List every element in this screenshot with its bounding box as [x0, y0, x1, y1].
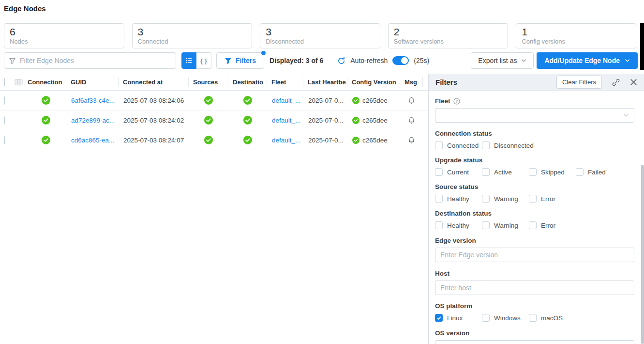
column-header-config-version[interactable]: Config Version	[347, 77, 400, 87]
help-icon[interactable]: ?	[453, 98, 460, 105]
connected-at-value: 2025-07-03 08:24:02	[119, 117, 189, 124]
group-label: Upgrade status	[435, 156, 634, 164]
row-checkbox[interactable]	[4, 116, 5, 125]
checkbox-skipped[interactable]: Skipped	[529, 168, 576, 176]
sources-status-icon	[204, 96, 213, 105]
close-icon[interactable]	[630, 78, 637, 86]
checkbox-linux[interactable]: Linux	[435, 314, 482, 322]
filter-edge-nodes-input[interactable]	[20, 57, 171, 64]
column-header-sources[interactable]: Sources	[189, 77, 228, 87]
last-heartbeat-value: 2025-07-0...	[303, 117, 347, 124]
os-platform-group: OS platform Linux Windows macOS	[435, 302, 634, 322]
guid-link[interactable]: ad72e899-ac...	[71, 117, 115, 124]
host-input[interactable]	[435, 281, 634, 295]
chevron-down-icon	[623, 113, 629, 117]
config-version-value: c265dee	[362, 137, 388, 144]
column-header-destination[interactable]: Destinatio	[228, 77, 267, 87]
checkbox-macos[interactable]: macOS	[529, 314, 576, 322]
fleet-link[interactable]: default_...	[272, 117, 300, 124]
stat-label: Nodes	[10, 38, 119, 45]
column-header-last-heartbeat[interactable]: Last Heartbe	[303, 77, 347, 87]
stat-label: Config versions	[522, 38, 630, 45]
table-row: cd6ac865-ea... 2025-07-03 08:24:07 defau…	[0, 130, 428, 150]
add-update-edge-node-button[interactable]: Add/Update Edge Node	[537, 52, 638, 69]
notifications-bell-icon[interactable]	[408, 97, 415, 104]
guid-link[interactable]: 6af6af33-c4e...	[71, 97, 115, 104]
checkbox-disconnected[interactable]: Disconnected	[482, 141, 534, 149]
table-row: ad72e899-ac... 2025-07-03 08:24:02 defau…	[0, 110, 428, 130]
stat-value: 6	[10, 26, 119, 38]
clear-filters-button[interactable]: Clear Filters	[556, 76, 602, 89]
checked-checkbox	[435, 314, 443, 322]
json-view-button[interactable]: { }	[196, 52, 211, 69]
refresh-icon[interactable]	[337, 57, 345, 65]
table-row: 6af6af33-c4e... 2025-07-03 08:24:06 defa…	[0, 91, 428, 110]
row-checkbox[interactable]	[4, 96, 5, 105]
os-version-field: OS version	[435, 329, 634, 344]
checkbox-destination-healthy[interactable]: Healthy	[435, 221, 482, 229]
checkbox-connected[interactable]: Connected	[435, 141, 482, 149]
column-chooser-button[interactable]	[15, 78, 25, 86]
sources-status-icon	[204, 136, 213, 144]
stat-value: 1	[522, 26, 630, 38]
list-view-button[interactable]	[181, 52, 196, 69]
checkbox-current[interactable]: Current	[435, 168, 482, 176]
table-body: 6af6af33-c4e... 2025-07-03 08:24:06 defa…	[0, 91, 428, 150]
export-list-button[interactable]: Export list as	[471, 52, 534, 69]
stat-card-config-versions: 1 Config versions	[516, 23, 636, 48]
stat-value: 3	[138, 26, 247, 38]
stat-card-software-versions: 2 Software versions	[388, 23, 509, 48]
connected-at-value: 2025-07-03 08:24:07	[119, 137, 189, 144]
checkbox-destination-warning[interactable]: Warning	[482, 221, 529, 229]
group-label: Source status	[435, 183, 634, 190]
checkbox-windows[interactable]: Windows	[482, 314, 529, 322]
stat-value: 3	[266, 26, 374, 38]
config-version-cell: c265dee	[347, 117, 400, 124]
column-header-guid[interactable]: GUID	[66, 77, 119, 87]
guid-link[interactable]: cd6ac865-ea...	[71, 137, 114, 144]
group-label: Destination status	[435, 210, 634, 217]
checkbox-failed[interactable]: Failed	[576, 168, 623, 176]
destination-status-icon	[243, 136, 252, 144]
checkbox-source-healthy[interactable]: Healthy	[435, 195, 482, 203]
last-heartbeat-value: 2025-07-0...	[303, 97, 347, 104]
notifications-bell-icon[interactable]	[408, 137, 415, 144]
filter-search-box[interactable]	[4, 52, 176, 69]
group-label: Connection status	[435, 130, 634, 137]
fleet-link[interactable]: default_...	[272, 137, 300, 144]
edge-version-input[interactable]	[435, 248, 634, 262]
fleet-link[interactable]: default_...	[272, 97, 300, 104]
stat-card-nodes: 6 Nodes	[4, 23, 124, 48]
column-header-connection[interactable]: Connection	[25, 77, 66, 87]
copy-link-icon[interactable]	[612, 78, 620, 86]
notifications-bell-icon[interactable]	[408, 117, 415, 124]
panel-scrollbar[interactable]	[641, 165, 644, 344]
connection-status-icon	[42, 116, 50, 125]
checkbox-source-error[interactable]: Error	[529, 195, 576, 203]
connection-status-icon	[42, 136, 50, 144]
svg-text:?: ?	[455, 98, 458, 103]
checkbox-active[interactable]: Active	[482, 168, 529, 176]
fleet-select[interactable]	[435, 108, 634, 123]
select-all-checkbox[interactable]	[4, 78, 5, 86]
chevron-down-icon	[625, 59, 630, 63]
filters-button-label: Filters	[236, 57, 256, 64]
viewport-edge-strip	[640, 23, 644, 70]
auto-refresh-label: Auto-refresh	[350, 57, 388, 64]
column-header-fleet[interactable]: Fleet	[267, 77, 303, 87]
config-ok-icon	[352, 117, 359, 124]
column-header-msg[interactable]: Msg	[400, 77, 423, 87]
auto-refresh-interval: (25s)	[414, 57, 429, 64]
checkbox-destination-error[interactable]: Error	[529, 221, 576, 229]
connection-status-icon	[42, 96, 50, 105]
os-version-input[interactable]	[435, 340, 634, 344]
fleet-filter-label: Fleet ?	[435, 97, 634, 105]
filters-button[interactable]: Filters	[216, 52, 264, 69]
stat-value: 2	[394, 26, 503, 38]
source-status-group: Source status Healthy Warning Error	[435, 183, 634, 203]
checkbox-source-warning[interactable]: Warning	[482, 195, 529, 203]
auto-refresh-toggle[interactable]	[392, 56, 409, 65]
displayed-count: Displayed: 3 of 6	[270, 57, 323, 64]
row-checkbox[interactable]	[4, 136, 5, 144]
column-header-connected-at[interactable]: Connected at	[119, 77, 189, 87]
